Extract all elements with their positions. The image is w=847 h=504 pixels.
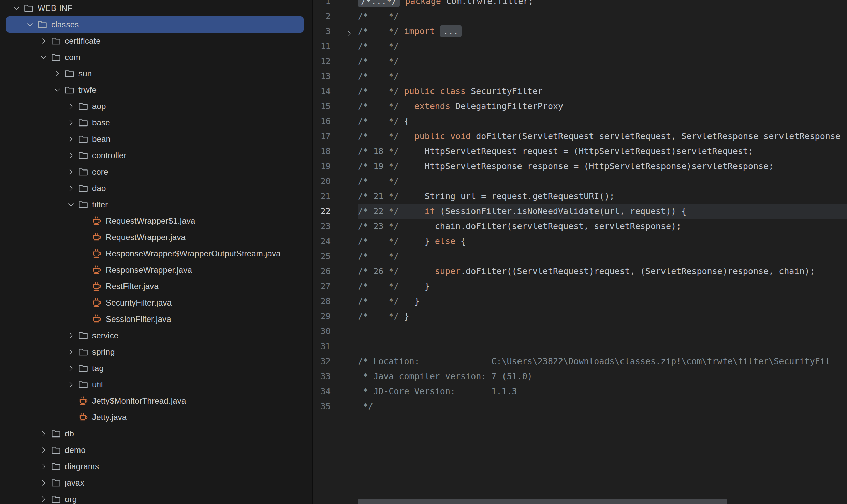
chevron-right-icon[interactable] (37, 426, 50, 442)
code-line-27[interactable]: 27/* */ } (313, 279, 847, 294)
chevron-down-icon[interactable] (10, 0, 23, 16)
code-line-content[interactable]: * JD-Core Version: 1.1.3 (358, 384, 847, 399)
code-line-content[interactable]: /* */ (358, 174, 847, 189)
code-line-34[interactable]: 34 * JD-Core Version: 1.1.3 (313, 384, 847, 399)
code-line-content[interactable]: /* */ } (358, 294, 847, 309)
code-line-content[interactable]: /* 18 */ HttpServletRequest request = (H… (358, 144, 847, 159)
code-line-35[interactable]: 35 */ (313, 399, 847, 414)
tree-item-filter[interactable]: filter (6, 196, 304, 213)
tree-item-securityfilter-java[interactable]: SecurityFilter.java (6, 295, 304, 311)
chevron-right-icon[interactable] (37, 475, 50, 491)
tree-item-tag[interactable]: tag (6, 360, 304, 376)
chevron-right-icon[interactable] (37, 33, 50, 49)
tree-item-base[interactable]: base (6, 115, 304, 131)
chevron-right-icon[interactable] (64, 147, 78, 164)
chevron-down-icon[interactable] (23, 16, 37, 33)
tree-item-com[interactable]: com (6, 49, 304, 65)
code-line-content[interactable]: /* */ (358, 9, 847, 24)
chevron-right-icon[interactable] (37, 442, 50, 458)
code-line-content[interactable]: /* 19 */ HttpServletResponse response = … (358, 159, 847, 174)
tree-item-aop[interactable]: aop (6, 98, 304, 115)
fold-placeholder-chip[interactable]: /*...*/ (358, 0, 400, 7)
chevron-right-icon[interactable] (64, 327, 78, 344)
code-line-content[interactable]: /* 26 */ super.doFilter((ServletRequest)… (358, 264, 847, 279)
code-line-16[interactable]: 16/* */ { (313, 114, 847, 129)
code-line-30[interactable]: 30 (313, 324, 847, 339)
tree-item-javax[interactable]: javax (6, 475, 304, 491)
code-line-11[interactable]: 11/* */ (313, 39, 847, 54)
chevron-right-icon[interactable] (64, 376, 78, 393)
chevron-right-icon[interactable] (64, 131, 78, 147)
code-line-content[interactable]: /* */ { (358, 114, 847, 129)
code-line-13[interactable]: 13/* */ (313, 69, 847, 84)
chevron-right-icon[interactable] (37, 458, 50, 475)
code-line-14[interactable]: 14/* */ public class SecurityFilter (313, 84, 847, 99)
code-line-29[interactable]: 29/* */ } (313, 309, 847, 324)
code-line-1[interactable]: 1/*...*/ package com.trwfe.filter; (313, 0, 847, 9)
tree-item-spring[interactable]: spring (6, 344, 304, 360)
tree-item-service[interactable]: service (6, 327, 304, 344)
code-line-17[interactable]: 17/* */ public void doFilter(ServletRequ… (313, 129, 847, 144)
code-line-15[interactable]: 15/* */ extends DelegatingFilterProxy (313, 99, 847, 114)
tree-item-demo[interactable]: demo (6, 442, 304, 458)
code-line-31[interactable]: 31 (313, 339, 847, 354)
tree-item-trwfe[interactable]: trwfe (6, 82, 304, 98)
code-line-2[interactable]: 2/* */ (313, 9, 847, 24)
code-line-content[interactable]: /* 21 */ String url = request.getRequest… (358, 189, 847, 204)
tree-item-org[interactable]: org (6, 491, 304, 504)
tree-item-classes[interactable]: classes (6, 16, 304, 33)
fold-placeholder-chip[interactable]: ... (440, 25, 462, 37)
horizontal-scrollbar-thumb[interactable] (358, 499, 727, 504)
code-line-content[interactable]: /* */ (358, 39, 847, 54)
tree-item-requestwrapper-1-java[interactable]: RequestWrapper$1.java (6, 213, 304, 229)
code-line-19[interactable]: 19/* 19 */ HttpServletResponse response … (313, 159, 847, 174)
code-line-25[interactable]: 25/* */ (313, 249, 847, 264)
chevron-right-icon[interactable] (64, 98, 78, 115)
code-line-18[interactable]: 18/* 18 */ HttpServletRequest request = … (313, 144, 847, 159)
code-line-content[interactable] (358, 324, 847, 339)
tree-item-bean[interactable]: bean (6, 131, 304, 147)
code-line-content[interactable]: /* */ } (358, 279, 847, 294)
chevron-right-icon[interactable] (64, 164, 78, 180)
chevron-right-icon[interactable] (64, 360, 78, 376)
tree-item-requestwrapper-java[interactable]: RequestWrapper.java (6, 229, 304, 246)
code-line-content[interactable]: /* */ (358, 249, 847, 264)
tree-item-diagrams[interactable]: diagrams (6, 458, 304, 475)
code-line-content[interactable]: /* */ public class SecurityFilter (358, 84, 847, 99)
code-line-26[interactable]: 26/* 26 */ super.doFilter((ServletReques… (313, 264, 847, 279)
chevron-down-icon[interactable] (37, 49, 50, 65)
chevron-down-icon[interactable] (50, 82, 64, 98)
chevron-right-icon[interactable] (37, 491, 50, 504)
tree-item-certificate[interactable]: certificate (6, 33, 304, 49)
tree-item-sessionfilter-java[interactable]: SessionFilter.java (6, 311, 304, 327)
code-line-content[interactable]: /* */ } else { (358, 234, 847, 249)
tree-item-responsewrapper-java[interactable]: ResponseWrapper.java (6, 262, 304, 278)
code-editor[interactable]: 1/*...*/ package com.trwfe.filter;2/* */… (313, 0, 847, 504)
tree-item-core[interactable]: core (6, 164, 304, 180)
chevron-right-icon[interactable] (64, 180, 78, 196)
code-line-12[interactable]: 12/* */ (313, 54, 847, 69)
code-line-23[interactable]: 23/* 23 */ chain.doFilter(servletRequest… (313, 219, 847, 234)
code-line-33[interactable]: 33 * Java compiler version: 7 (51.0) (313, 369, 847, 384)
code-line-3[interactable]: 3/* */ import ... (313, 24, 847, 39)
code-line-content[interactable]: /* */ import ... (358, 24, 847, 39)
code-line-content[interactable] (358, 339, 847, 354)
chevron-right-icon[interactable] (64, 115, 78, 131)
code-line-24[interactable]: 24/* */ } else { (313, 234, 847, 249)
tree-item-jetty-monitorthread-java[interactable]: Jetty$MonitorThread.java (6, 393, 304, 409)
chevron-down-icon[interactable] (64, 196, 78, 213)
code-line-content[interactable]: /* Location: C:\Users\23822\Downloads\cl… (358, 354, 847, 369)
tree-item-db[interactable]: db (6, 426, 304, 442)
code-line-28[interactable]: 28/* */ } (313, 294, 847, 309)
code-line-content[interactable]: /* */ (358, 69, 847, 84)
code-line-content[interactable]: /*...*/ package com.trwfe.filter; (358, 0, 847, 9)
code-line-content[interactable]: /* */ extends DelegatingFilterProxy (358, 99, 847, 114)
code-line-content[interactable]: /* 23 */ chain.doFilter(servletRequest, … (358, 219, 847, 234)
chevron-right-icon[interactable] (50, 65, 64, 82)
tree-item-web-inf[interactable]: WEB-INF (6, 0, 304, 16)
tree-item-jetty-java[interactable]: Jetty.java (6, 409, 304, 426)
tree-item-sun[interactable]: sun (6, 65, 304, 82)
code-line-21[interactable]: 21/* 21 */ String url = request.getReque… (313, 189, 847, 204)
tree-item-restfilter-java[interactable]: RestFilter.java (6, 278, 304, 295)
code-line-content[interactable]: * Java compiler version: 7 (51.0) (358, 369, 847, 384)
